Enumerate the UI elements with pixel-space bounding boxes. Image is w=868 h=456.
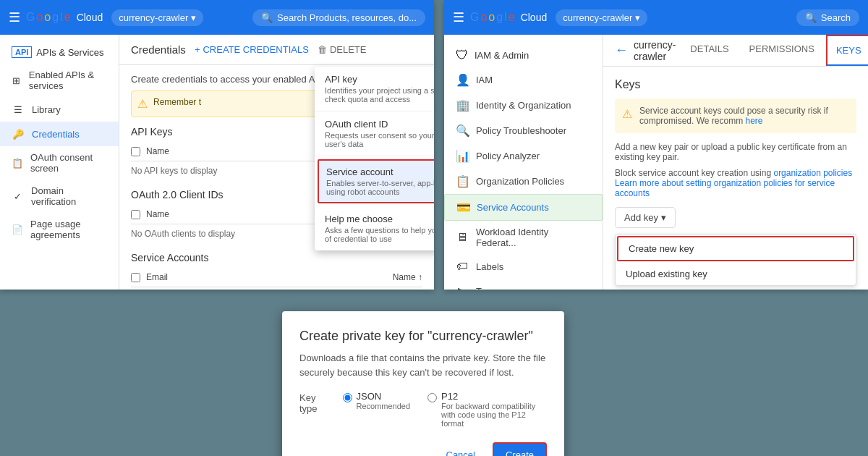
back-button[interactable]: ← xyxy=(615,43,628,58)
sidebar-label-page-usage: Page usage agreements xyxy=(30,219,107,240)
plus-icon: + xyxy=(195,44,200,55)
create-credentials-button[interactable]: + CREATE CREDENTIALS xyxy=(195,44,309,55)
search-text: Search Products, resources, do... xyxy=(277,12,417,23)
dropdown-help-choose[interactable]: Help me choose Asks a few questions to h… xyxy=(315,206,434,250)
p12-radio-option[interactable]: P12 For backward compatibility with code… xyxy=(427,391,547,428)
keys-project-name: currency-crawler xyxy=(634,39,676,62)
delete-button[interactable]: 🗑 DELETE xyxy=(318,44,367,55)
create-cred-label: CREATE CREDENTIALS xyxy=(203,44,308,55)
key-type-label: Key type xyxy=(299,392,320,414)
credentials-header: Credentials + CREATE CREDENTIALS 🗑 DELET… xyxy=(119,35,434,65)
iam-item-labels[interactable]: 🏷 Labels xyxy=(444,254,603,279)
oauth-checkbox[interactable] xyxy=(131,210,140,219)
iam-item-workload[interactable]: 🖥 Workload Identity Federat... xyxy=(444,221,603,254)
sidebar-label-oauth: OAuth consent screen xyxy=(30,152,107,174)
sa-name-col: Name ↑ xyxy=(393,272,422,282)
oauth-icon: 📋 xyxy=(12,156,23,169)
iam-item-iam[interactable]: 👤 IAM xyxy=(444,67,603,93)
sidebar-item-library[interactable]: ☰ Library xyxy=(0,97,119,122)
add-key-dropdown: Create new key Upload existing key xyxy=(615,234,856,286)
service-accounts-section-header: Service Accounts xyxy=(131,252,422,263)
service-accounts-icon: 💳 xyxy=(456,200,469,214)
iam-item-tags[interactable]: ▶ Tags xyxy=(444,279,603,290)
google-logo: Google xyxy=(26,11,71,24)
sidebar-item-page-usage[interactable]: 📄 Page usage agreements xyxy=(0,213,119,246)
sa-checkbox[interactable] xyxy=(131,273,140,282)
cancel-button[interactable]: Cancel xyxy=(435,442,487,456)
sidebar-item-oauth[interactable]: 📋 OAuth consent screen xyxy=(0,146,119,180)
domain-icon: ✓ xyxy=(12,190,24,203)
left-top-bar: ☰ Google Cloud currency-crawler ▾ 🔍 Sear… xyxy=(0,0,434,35)
policy-troubleshooter-label: Policy Troubleshooter xyxy=(476,125,566,136)
iam-item-org-policies[interactable]: 📋 Organization Policies xyxy=(444,169,603,194)
identity-label: Identity & Organization xyxy=(476,100,571,111)
delete-icon: 🗑 xyxy=(318,44,327,55)
right-panel: ☰ Google Cloud currency-crawler ▾ 🔍 Sear… xyxy=(444,0,868,290)
tab-details[interactable]: DETAILS xyxy=(681,35,737,66)
right-search-icon: 🔍 xyxy=(805,12,817,23)
credentials-title: Credentials xyxy=(131,43,186,56)
iam-item-policy-analyzer[interactable]: 📊 Policy Analyzer xyxy=(444,143,603,169)
search-bar[interactable]: 🔍 Search Products, resources, do... xyxy=(252,9,425,26)
sa-email-col: Email xyxy=(146,272,387,282)
security-warn-icon: ⚠ xyxy=(622,107,632,121)
page-usage-icon: 📄 xyxy=(12,223,23,236)
dialog-actions: Cancel Create xyxy=(299,442,547,456)
identity-icon: 🏢 xyxy=(456,98,469,112)
create-new-key-option[interactable]: Create new key xyxy=(617,236,854,261)
add-key-button[interactable]: Add key ▾ xyxy=(615,207,676,228)
help-choose-title: Help me choose xyxy=(325,214,434,224)
dropdown-oauth-client[interactable]: OAuth client ID Requests user consent so… xyxy=(315,111,434,156)
workload-icon: 🖥 xyxy=(456,231,469,244)
create-button[interactable]: Create xyxy=(493,442,547,456)
key-type-row: Key type JSON Recommended P12 For backwa… xyxy=(299,391,547,428)
menu-icon[interactable]: ☰ xyxy=(9,9,20,25)
tags-label: Tags xyxy=(476,286,495,290)
oauth-client-desc: Requests user consent so your app can ac… xyxy=(325,131,434,148)
library-icon: ☰ xyxy=(12,103,25,116)
help-choose-desc: Asks a few questions to help you decide … xyxy=(325,226,434,243)
credentials-dropdown: API key Identifies your project using a … xyxy=(315,67,434,250)
learn-more-link[interactable]: Learn more about setting organization po… xyxy=(615,178,835,198)
keys-tabs-bar: ← currency-crawler DETAILS PERMISSIONS K… xyxy=(603,35,868,67)
org-policy-link[interactable]: organization policies xyxy=(773,168,852,178)
json-sublabel: Recommended xyxy=(357,402,411,410)
sidebar-item-credentials[interactable]: 🔑 Credentials xyxy=(0,122,119,146)
left-sidebar: API APIs & Services ⊞ Enabled APIs & ser… xyxy=(0,35,119,290)
api-keys-checkbox[interactable] xyxy=(131,147,140,156)
p12-sublabel: For backward compatibility with code usi… xyxy=(441,402,547,428)
sidebar-item-domain[interactable]: ✓ Domain verification xyxy=(0,180,119,213)
keys-main: ← currency-crawler DETAILS PERMISSIONS K… xyxy=(603,35,868,290)
right-search-bar[interactable]: 🔍 Search xyxy=(796,9,859,26)
right-menu-icon[interactable]: ☰ xyxy=(453,9,464,25)
keys-body: Keys ⚠ Service account keys could pose a… xyxy=(603,67,868,290)
json-radio-option[interactable]: JSON Recommended xyxy=(343,391,411,410)
p12-radio[interactable] xyxy=(427,393,437,402)
right-project-name: currency-crawler xyxy=(563,12,632,23)
iam-item-service-accounts[interactable]: 💳 Service Accounts xyxy=(444,194,603,221)
security-here-link[interactable]: here xyxy=(746,116,763,126)
upload-existing-option[interactable]: Upload existing key xyxy=(616,263,856,285)
tab-permissions[interactable]: PERMISSIONS xyxy=(741,35,823,66)
project-selector[interactable]: currency-crawler ▾ xyxy=(111,9,203,26)
dropdown-arrow: ▾ xyxy=(191,12,196,23)
iam-label: IAM xyxy=(476,75,493,85)
service-account-title: Service account xyxy=(326,166,434,177)
right-dropdown-arrow: ▾ xyxy=(635,12,640,23)
tab-keys[interactable]: KEYS xyxy=(826,35,868,66)
dropdown-service-account[interactable]: Service account Enables server-to-server… xyxy=(318,159,434,203)
dropdown-api-key[interactable]: API key Identifies your project using a … xyxy=(315,67,434,111)
policy-analyzer-icon: 📊 xyxy=(456,149,469,163)
labels-icon: 🏷 xyxy=(456,260,469,273)
right-cloud-text: Cloud xyxy=(521,12,548,23)
sidebar-item-enabled-apis[interactable]: ⊞ Enabled APIs & services xyxy=(0,64,119,97)
create-private-key-dialog: Create private key for "currency-crawler… xyxy=(282,311,564,456)
iam-item-policy-troubleshooter[interactable]: 🔍 Policy Troubleshooter xyxy=(444,118,603,143)
left-content: API APIs & Services ⊞ Enabled APIs & ser… xyxy=(0,35,434,290)
tab-list: DETAILS PERMISSIONS KEYS METRICS LOGS xyxy=(681,35,868,66)
json-radio[interactable] xyxy=(343,393,352,402)
project-name: currency-crawler xyxy=(119,12,188,23)
json-label: JSON xyxy=(357,391,411,402)
iam-item-identity[interactable]: 🏢 Identity & Organization xyxy=(444,93,603,118)
right-project-selector[interactable]: currency-crawler ▾ xyxy=(556,9,647,26)
